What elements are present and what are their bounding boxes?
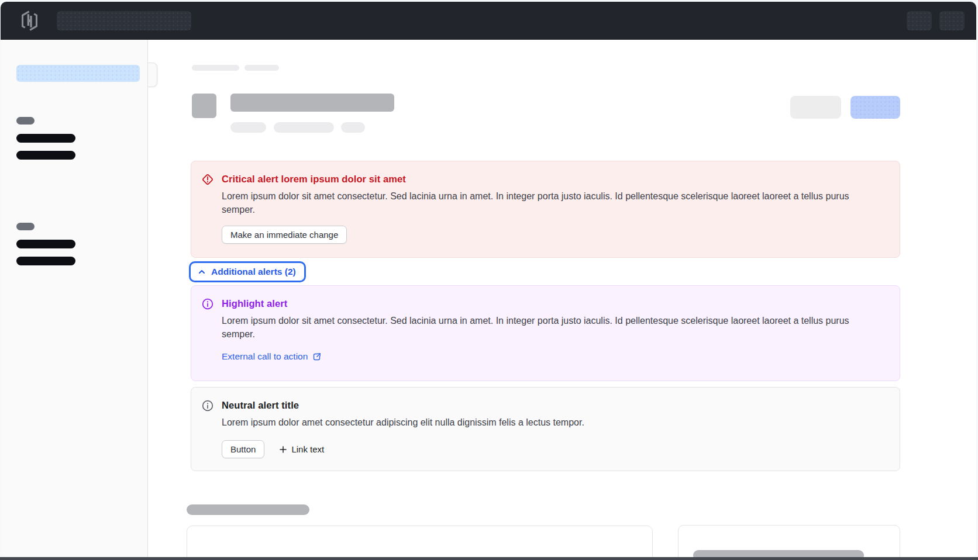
highlight-alert-title: Highlight alert: [222, 298, 884, 309]
alert-content: Critical alert lorem ipsum dolor sit ame…: [222, 173, 884, 246]
navbar-action-skeleton-2[interactable]: [939, 11, 965, 30]
card-content-skeleton: [693, 550, 864, 557]
info-circle-icon: [201, 399, 215, 413]
sidebar-item-skeleton[interactable]: [16, 240, 75, 248]
main-content: Critical alert lorem ipsum dolor sit ame…: [149, 40, 976, 557]
highlight-alert: Highlight alert Lorem ipsum dolor sit am…: [191, 285, 900, 381]
neutral-alert-title: Neutral alert title: [222, 399, 584, 411]
sidebar-item-skeleton[interactable]: [16, 151, 75, 160]
alert-diamond-icon: [201, 172, 215, 186]
highlight-alert-body: Lorem ipsum dolor sit amet consectetur. …: [222, 314, 884, 341]
external-call-to-action-link[interactable]: External call to action: [222, 351, 322, 362]
critical-alert: Critical alert lorem ipsum dolor sit ame…: [191, 161, 900, 258]
chevron-up-icon: [197, 267, 206, 276]
alert-content: Neutral alert title Lorem ipsum dolor am…: [222, 399, 584, 459]
top-navbar: [1, 2, 976, 40]
external-link-icon: [312, 352, 322, 362]
app-frame: Critical alert lorem ipsum dolor sit ame…: [1, 2, 976, 557]
page-meta-pill-skeleton: [274, 122, 334, 133]
sidebar-item-skeleton[interactable]: [16, 134, 75, 143]
critical-alert-title: Critical alert lorem ipsum dolor sit ame…: [222, 173, 884, 185]
sidebar-section-label-skeleton: [16, 223, 35, 230]
additional-alerts-toggle[interactable]: Additional alerts (2): [189, 261, 306, 282]
sidebar-item-skeleton[interactable]: [16, 257, 75, 265]
navbar-search-skeleton[interactable]: [57, 11, 191, 30]
neutral-alert-body: Lorem ipsum dolor amet consectetur adipi…: [222, 416, 584, 429]
page-meta-pill-skeleton: [230, 122, 266, 133]
sidebar-drawer-handle[interactable]: [148, 63, 157, 87]
section-title-skeleton: [187, 504, 309, 515]
critical-alert-body: Lorem ipsum dolor sit amet consectetur. …: [222, 189, 884, 216]
neutral-alert-button[interactable]: Button: [222, 440, 264, 458]
page-meta-pill-skeleton: [341, 122, 365, 133]
sidebar: [1, 40, 148, 557]
neutral-alert: Neutral alert title Lorem ipsum dolor am…: [191, 387, 900, 471]
neutral-alert-link-label: Link text: [291, 444, 324, 454]
page-title-skeleton: [230, 94, 394, 112]
info-circle-icon: [201, 297, 215, 311]
page-background-strip: [0, 557, 978, 560]
card-skeleton: [187, 526, 653, 557]
neutral-alert-link[interactable]: Link text: [280, 444, 324, 454]
card-skeleton: [678, 525, 900, 557]
breadcrumb-skeleton: [244, 65, 279, 71]
highlight-alert-link-label: External call to action: [222, 351, 308, 362]
breadcrumb-skeleton: [192, 65, 239, 71]
critical-alert-action-button[interactable]: Make an immediate change: [222, 226, 347, 244]
navbar-action-skeleton-1[interactable]: [907, 11, 932, 30]
sidebar-selected-item-skeleton[interactable]: [16, 65, 140, 82]
header-secondary-button-skeleton[interactable]: [790, 96, 841, 119]
additional-alerts-label: Additional alerts (2): [211, 267, 296, 277]
hashicorp-logo-icon: [19, 10, 40, 32]
alert-content: Highlight alert Lorem ipsum dolor sit am…: [222, 298, 884, 369]
plus-icon: [280, 446, 287, 453]
header-primary-button-skeleton[interactable]: [850, 96, 900, 119]
page-icon-skeleton: [192, 94, 216, 118]
sidebar-section-label-skeleton: [16, 117, 35, 125]
